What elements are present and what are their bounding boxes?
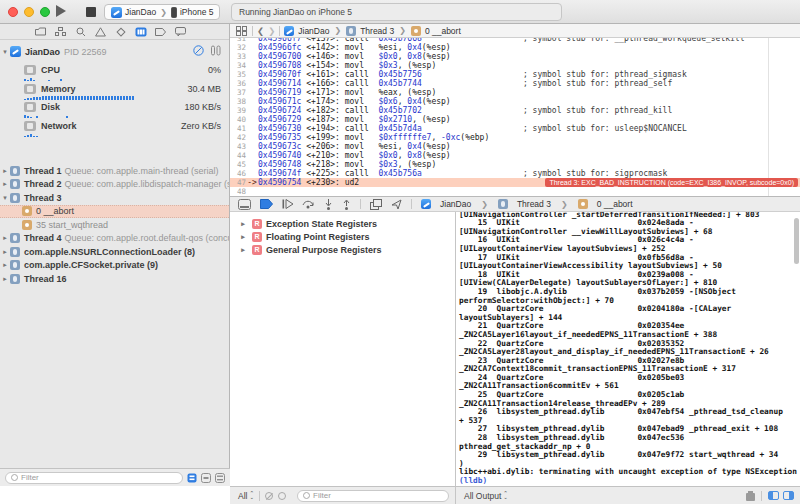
code-line[interactable]: 410x4596730 <+194>: calll 0x45b7d4a ; sy…	[230, 124, 800, 133]
forward-button[interactable]: ❯	[268, 26, 275, 36]
minimize-window-button[interactable]	[24, 7, 34, 17]
thread-row[interactable]: ▸com.apple.CFSocket.private (9)	[0, 259, 229, 273]
pause-process-icon[interactable]	[193, 45, 204, 56]
step-out-button[interactable]	[342, 199, 351, 210]
code-line[interactable]: 330x4596700 <+146>: movl $0x0, 0x8(%esp)	[230, 52, 800, 61]
project-navigator-icon[interactable]	[34, 25, 47, 38]
breakpoint-navigator-icon[interactable]	[154, 25, 167, 38]
code-line[interactable]: 350x459670f <+161>: calll 0x45b7756 ; sy…	[230, 70, 800, 79]
info-filter-icon[interactable]	[278, 492, 286, 500]
scheme-app-name: JianDao	[125, 7, 156, 17]
disclosure-triangle[interactable]: ▸	[0, 234, 10, 242]
code-line[interactable]: 370x4596719 <+171>: movl %eax, (%esp)	[230, 88, 800, 97]
code-line[interactable]: 460x459674f <+225>: calll 0x45b756a ; sy…	[230, 169, 800, 178]
code-line[interactable]: 420x4596735 <+199>: movl $0xffffffe7, -0…	[230, 133, 800, 142]
disclosure-triangle[interactable]: ▸	[238, 246, 248, 254]
filter-queue-icon[interactable]	[215, 473, 225, 483]
disclosure-triangle[interactable]: ▸	[238, 233, 248, 241]
filter-recent-icon[interactable]	[187, 473, 197, 483]
gauge-row-network[interactable]: NetworkZero KB/s	[0, 120, 229, 138]
gauge-row-disk[interactable]: Disk180 KB/s	[0, 101, 229, 119]
thread-row[interactable]: ▸com.apple.NSURLConnectionLoader (8)	[0, 245, 229, 259]
run-button[interactable]	[56, 5, 66, 17]
jumpbar-item-frame[interactable]: 0 __abort	[425, 26, 461, 36]
gauge-label: Memory	[41, 84, 76, 94]
console-scope-select[interactable]: All Output ⌃⌄	[464, 491, 508, 501]
code-line[interactable]: 380x459671c <+174>: movl $0x6, 0x4(%esp)	[230, 97, 800, 106]
debugbar-item-thread[interactable]: Thread 3	[517, 199, 551, 209]
filter-crashed-icon[interactable]	[201, 473, 211, 483]
zoom-window-button[interactable]	[40, 7, 50, 17]
debugbar-item-frame[interactable]: 0 __abort	[597, 199, 633, 209]
find-navigator-icon[interactable]	[74, 25, 87, 38]
disclosure-triangle[interactable]: ▸	[0, 275, 10, 283]
step-over-button[interactable]	[302, 199, 315, 209]
close-window-button[interactable]	[8, 7, 18, 17]
step-into-button[interactable]	[324, 199, 333, 210]
code-line[interactable]: 430x459673c <+206>: movl %esi, 0x4(%esp)	[230, 142, 800, 151]
process-view-toggle-icon[interactable]	[211, 45, 221, 56]
frame-row[interactable]: 35 start_wqthread	[0, 218, 229, 232]
code-line[interactable]: 400x4596729 <+187>: movl $0x2710, (%esp)	[230, 115, 800, 124]
gauge-row-memory[interactable]: Memory30.4 MB	[0, 83, 229, 101]
view-hierarchy-icon[interactable]	[370, 199, 382, 210]
code-line[interactable]: 320x45966fc <+142>: movl %esi, 0x4(%esp)	[230, 43, 800, 52]
flag-filter-icon[interactable]	[265, 492, 273, 500]
disclosure-triangle[interactable]: ▸	[0, 167, 10, 175]
disclosure-triangle[interactable]: ▾	[0, 48, 10, 56]
console-scrollbar[interactable]	[794, 218, 799, 264]
disclosure-triangle[interactable]: ▸	[0, 180, 10, 188]
thread-row[interactable]: ▸Thread 2Queue: com.apple.libdispatch-ma…	[0, 178, 229, 192]
thread-row[interactable]: ▸Thread 1Queue: com.apple.main-thread (s…	[0, 164, 229, 178]
code-line[interactable]: 450x4596748 <+218>: movl $0x3, (%esp)	[230, 160, 800, 169]
toggle-variables-view-button[interactable]	[768, 491, 779, 500]
symbol-navigator-icon[interactable]	[54, 25, 67, 38]
back-button[interactable]: ❮	[257, 26, 264, 36]
gauge-label: Network	[41, 121, 77, 131]
code-line[interactable]: 360x4596714 <+166>: calll 0x45b7744 ; sy…	[230, 79, 800, 88]
related-items-icon[interactable]	[236, 26, 248, 36]
code-line[interactable]: 48	[230, 187, 800, 196]
line-number: 40	[230, 115, 246, 124]
continue-button[interactable]	[282, 199, 293, 209]
register-group-row[interactable]: ▸RFloating Point Registers	[230, 230, 455, 243]
breakpoints-toggle-icon[interactable]	[260, 199, 273, 209]
disclosure-triangle[interactable]: ▸	[238, 220, 248, 228]
test-navigator-icon[interactable]	[114, 25, 127, 38]
current-instruction-line[interactable]: 47->0x4596754 <+230>: ud2Thread 3: EXC_B…	[230, 178, 800, 187]
variables-scope-select[interactable]: All ⌃⌄	[238, 491, 254, 501]
disclosure-triangle[interactable]: ▸	[0, 248, 10, 256]
process-row[interactable]: ▾ JianDao PID 22569	[0, 44, 229, 59]
debug-navigator-icon[interactable]	[134, 25, 147, 38]
line-number: 35	[230, 70, 246, 79]
issue-navigator-icon[interactable]	[94, 25, 107, 38]
hide-debug-area-icon[interactable]	[238, 199, 251, 210]
disclosure-triangle[interactable]: ▸	[0, 261, 10, 269]
console-output[interactable]: 14 UIKit 0x0242d7b3 -[UINavigationContro…	[455, 212, 800, 486]
disclosure-triangle[interactable]: ▾	[0, 194, 10, 202]
disassembly-editor[interactable]: 310x45966f7 <+137>: calll 0x45b7668 ; sy…	[230, 38, 800, 196]
register-group-row[interactable]: ▸RException State Registers	[230, 217, 455, 230]
jumpbar-item-app[interactable]: JianDao	[298, 26, 329, 36]
thread-row[interactable]: ▸Thread 16	[0, 272, 229, 286]
register-badge-icon: R	[252, 219, 262, 229]
thread-row[interactable]: ▾Thread 3	[0, 191, 229, 205]
frame-row[interactable]: 0 __abort	[0, 205, 229, 219]
navigator-filter-input[interactable]: Filter	[5, 472, 183, 484]
variables-view[interactable]: ▸RException State Registers▸RFloating Po…	[230, 212, 455, 486]
code-line[interactable]: 340x4596708 <+154>: movl $0x3, (%esp)	[230, 61, 800, 70]
debugbar-item-app[interactable]: JianDao	[440, 199, 471, 209]
gauge-row-cpu[interactable]: CPU0%	[0, 64, 229, 82]
toggle-console-button[interactable]	[783, 491, 794, 500]
simulate-location-icon[interactable]	[391, 199, 402, 210]
scheme-selector[interactable]: JianDao ❯ iPhone 5	[104, 4, 220, 20]
jumpbar-item-thread[interactable]: Thread 3	[360, 26, 394, 36]
clear-console-button[interactable]	[746, 491, 755, 501]
code-line[interactable]: 390x4596724 <+182>: calll 0x45b7702 ; sy…	[230, 106, 800, 115]
register-group-row[interactable]: ▸RGeneral Purpose Registers	[230, 243, 455, 256]
stop-button[interactable]	[86, 7, 96, 17]
variables-filter-input[interactable]: Filter	[297, 490, 449, 502]
code-line[interactable]: 440x4596740 <+210>: movl $0x0, 0x8(%esp)	[230, 151, 800, 160]
report-navigator-icon[interactable]	[174, 25, 187, 38]
thread-row[interactable]: ▸Thread 4Queue: com.apple.root.default-q…	[0, 232, 229, 246]
